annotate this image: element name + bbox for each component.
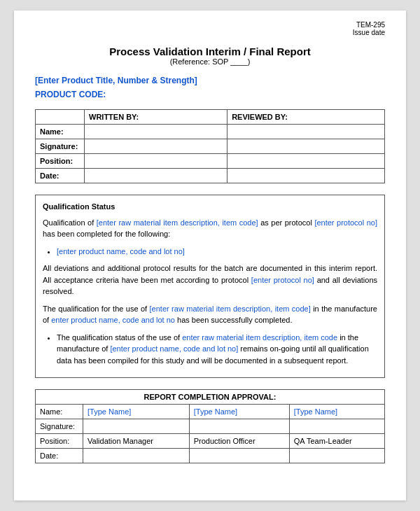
completion-pos-row: Position: Validation Manager Production … <box>36 434 385 449</box>
qual-list1: [enter product name, code and lot no] <box>57 246 377 258</box>
completion-sig-row: Signature: <box>36 419 385 434</box>
reviewed-pos-cell <box>227 154 385 169</box>
doc-main-title: Process Validation Interim / Final Repor… <box>35 46 385 57</box>
qual-p1b: [enter raw material item description, it… <box>97 218 258 227</box>
completion-header-row: REPORT COMPLETION APPROVAL: <box>36 390 385 405</box>
product-code: PRODUCT CODE: <box>35 90 385 99</box>
completion-date-2 <box>189 449 289 463</box>
qual-para3: The qualification for the use of [enter … <box>43 303 377 326</box>
qual-title: Qualification Status <box>43 201 377 213</box>
completion-name-3: [Type Name] <box>289 405 384 419</box>
written-sig-cell <box>85 139 227 154</box>
completion-label-date: Date: <box>36 449 83 463</box>
completion-label-sig: Signature: <box>36 419 83 434</box>
table-row: Name: <box>36 125 385 139</box>
table-row: Signature: <box>36 139 385 154</box>
written-pos-cell <box>85 154 227 169</box>
row-label-position: Position: <box>36 154 85 169</box>
doc-ref-line1: TEM-295 <box>353 21 385 29</box>
row-label-signature: Signature: <box>36 139 85 154</box>
reviewed-name-cell <box>227 125 385 139</box>
completion-date-3 <box>289 449 384 463</box>
written-by-header: WRITTEN BY: <box>85 110 227 125</box>
qual-b2b: enter raw material item description, ite… <box>182 333 337 342</box>
completion-label-pos: Position: <box>36 434 83 449</box>
row-label-date: Date: <box>36 169 85 183</box>
doc-title-block: Process Validation Interim / Final Repor… <box>35 46 385 66</box>
qual-p1a: Qualification of <box>43 218 97 227</box>
completion-sig-3 <box>289 419 384 434</box>
completion-name-2: [Type Name] <box>189 405 289 419</box>
qual-b2a: The qualification status of the use of <box>57 333 182 342</box>
qual-para2: All deviations and additional protocol r… <box>43 262 377 298</box>
qual-p3b: [enter raw material item description, it… <box>150 304 311 313</box>
qual-p3e: has been successfully completed. <box>175 316 293 324</box>
completion-date-row: Date: <box>36 449 385 463</box>
completion-table: REPORT COMPLETION APPROVAL: Name: [Type … <box>35 389 385 463</box>
sign-table-empty-header <box>36 110 85 125</box>
completion-pos-2: Production Officer <box>189 434 289 449</box>
qual-bullet1: [enter product name, code and lot no] <box>57 246 377 258</box>
reviewed-by-header: REVIEWED BY: <box>227 110 385 125</box>
page: TEM-295 Issue date Process Validation In… <box>14 10 406 500</box>
completion-sig-1 <box>83 419 190 434</box>
doc-sub-title: (Reference: SOP ____) <box>35 57 385 66</box>
doc-ref-line2: Issue date <box>353 29 385 36</box>
completion-name-row: Name: [Type Name] [Type Name] [Type Name… <box>36 405 385 419</box>
qual-p3d: enter product name, code and lot no <box>51 316 175 324</box>
table-row: Position: <box>36 154 385 169</box>
product-title: [Enter Product Title, Number & Strength] <box>35 76 385 85</box>
qualification-box: Qualification Status Qualification of [e… <box>35 195 385 378</box>
reviewed-sig-cell <box>227 139 385 154</box>
table-row: Date: <box>36 169 385 183</box>
completion-pos-1: Validation Manager <box>83 434 190 449</box>
completion-date-1 <box>83 449 190 463</box>
written-name-cell <box>85 125 227 139</box>
completion-sig-2 <box>189 419 289 434</box>
qual-p1d: [enter protocol no] <box>314 218 377 227</box>
qual-p2b: [enter protocol no] <box>251 276 314 284</box>
completion-name-1: [Type Name] <box>83 405 190 419</box>
sign-table: WRITTEN BY: REVIEWED BY: Name: Signature… <box>35 109 385 183</box>
qual-bullet2: The qualification status of the use of e… <box>57 332 377 367</box>
qual-p3a: The qualification for the use of <box>43 304 150 313</box>
doc-reference: TEM-295 Issue date <box>353 21 385 36</box>
qual-p1e: has been completed for the following: <box>43 230 170 238</box>
qual-para1: Qualification of [enter raw material ite… <box>43 217 377 240</box>
written-date-cell <box>85 169 227 183</box>
qual-p1c: as per protocol <box>258 218 315 227</box>
completion-header: REPORT COMPLETION APPROVAL: <box>36 390 385 405</box>
row-label-name: Name: <box>36 125 85 139</box>
reviewed-date-cell <box>227 169 385 183</box>
qual-b2d: [enter product name, code and lot no] <box>110 344 238 353</box>
completion-pos-3: QA Team-Leader <box>289 434 384 449</box>
qual-list2: The qualification status of the use of e… <box>57 332 377 367</box>
completion-label-name: Name: <box>36 405 83 419</box>
